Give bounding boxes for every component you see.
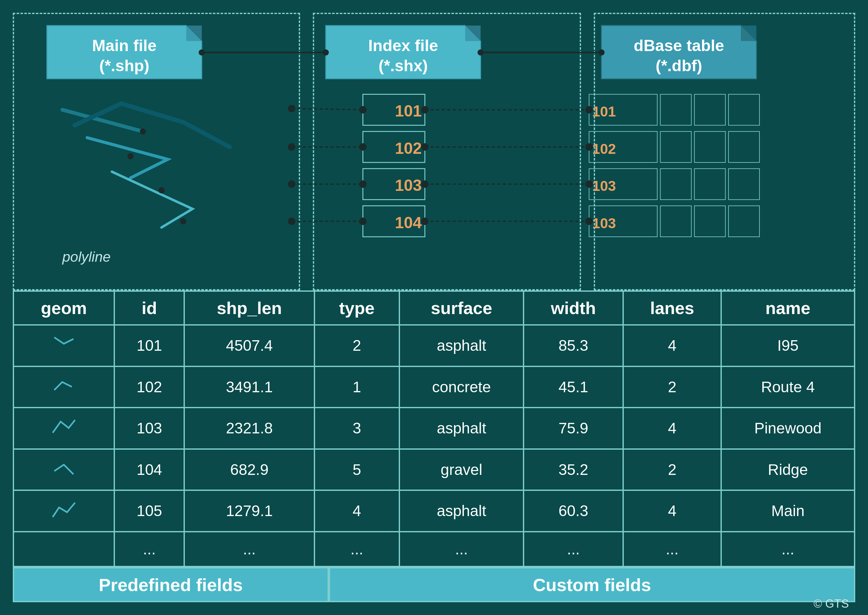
- table-row: 105 1279.1 4 asphalt 60.3 4 Main: [13, 490, 855, 532]
- geom-icon: [51, 376, 76, 395]
- name-cell: Route 4: [721, 366, 855, 408]
- copyright: © GTS: [813, 597, 849, 610]
- geom-icon: [51, 458, 76, 478]
- geom-icon: [51, 334, 76, 353]
- surface-cell: gravel: [400, 449, 523, 490]
- shp-panel: [13, 13, 300, 290]
- col-geom: geom: [13, 291, 114, 325]
- table-row: 102 3491.1 1 concrete 45.1 2 Route 4: [13, 366, 855, 408]
- width-cell: 60.3: [523, 490, 623, 532]
- ellipsis-cell: ...: [314, 532, 400, 567]
- table-row: 101 4507.4 2 asphalt 85.3 4 I95: [13, 325, 855, 366]
- ellipsis-cell: [13, 532, 114, 567]
- col-name: name: [721, 291, 855, 325]
- col-surface: surface: [400, 291, 523, 325]
- ellipsis-cell: ...: [721, 532, 855, 567]
- width-cell: 75.9: [523, 407, 623, 449]
- type-cell: 3: [314, 407, 400, 449]
- geom-cell: [13, 490, 114, 532]
- lanes-cell: 2: [623, 366, 721, 408]
- ellipsis-cell: ...: [400, 532, 523, 567]
- ellipsis-cell: ...: [523, 532, 623, 567]
- table-row: 103 2321.8 3 asphalt 75.9 4 Pinewood: [13, 407, 855, 449]
- lanes-cell: 2: [623, 449, 721, 490]
- name-cell: I95: [721, 325, 855, 366]
- col-id: id: [114, 291, 184, 325]
- data-table: geom id shp_len type surface width lanes…: [13, 290, 855, 567]
- shplen-cell: 4507.4: [184, 325, 314, 366]
- type-cell: 5: [314, 449, 400, 490]
- lanes-cell: 4: [623, 407, 721, 449]
- surface-cell: concrete: [400, 366, 523, 408]
- width-cell: 85.3: [523, 325, 623, 366]
- surface-cell: asphalt: [400, 490, 523, 532]
- custom-footer: Custom fields: [329, 567, 855, 602]
- surface-cell: asphalt: [400, 325, 523, 366]
- geom-cell: [13, 366, 114, 408]
- surface-cell: asphalt: [400, 407, 523, 449]
- type-cell: 2: [314, 325, 400, 366]
- ellipsis-cell: ...: [623, 532, 721, 567]
- geom-icon: [51, 417, 76, 436]
- geom-cell: [13, 325, 114, 366]
- footer-section: Predefined fields Custom fields: [13, 567, 855, 602]
- id-cell: 104: [114, 449, 184, 490]
- shx-panel: [313, 13, 581, 290]
- type-cell: 4: [314, 490, 400, 532]
- width-cell: 45.1: [523, 366, 623, 408]
- geom-cell: [13, 449, 114, 490]
- lanes-cell: 4: [623, 490, 721, 532]
- dbf-panel: [594, 13, 855, 290]
- type-cell: 1: [314, 366, 400, 408]
- shplen-cell: 3491.1: [184, 366, 314, 408]
- svg-point-63: [585, 106, 593, 113]
- svg-point-66: [585, 143, 593, 151]
- bottom-section: geom id shp_len type surface width lanes…: [13, 290, 855, 602]
- table-row: 104 682.9 5 gravel 35.2 2 Ridge: [13, 449, 855, 490]
- lanes-cell: 4: [623, 325, 721, 366]
- name-cell: Main: [721, 490, 855, 532]
- shplen-cell: 2321.8: [184, 407, 314, 449]
- ellipsis-cell: ...: [184, 532, 314, 567]
- col-width: width: [523, 291, 623, 325]
- predefined-label: Predefined fields: [98, 574, 243, 595]
- diagram-section: Main file (*.shp) Index file (*.shx) dBa…: [13, 13, 855, 290]
- ellipsis-cell: ...: [114, 532, 184, 567]
- id-cell: 103: [114, 407, 184, 449]
- width-cell: 35.2: [523, 449, 623, 490]
- id-cell: 105: [114, 490, 184, 532]
- custom-label: Custom fields: [533, 574, 651, 595]
- col-lanes: lanes: [623, 291, 721, 325]
- main-container: Main file (*.shp) Index file (*.shx) dBa…: [0, 0, 868, 615]
- svg-point-69: [585, 180, 593, 188]
- predefined-footer: Predefined fields: [13, 567, 329, 602]
- geom-icon: [51, 499, 76, 518]
- col-shp-len: shp_len: [184, 291, 314, 325]
- name-cell: Ridge: [721, 449, 855, 490]
- shplen-cell: 682.9: [184, 449, 314, 490]
- ellipsis-row: ... ... ... ... ... ... ...: [13, 532, 855, 567]
- name-cell: Pinewood: [721, 407, 855, 449]
- col-type: type: [314, 291, 400, 325]
- id-cell: 102: [114, 366, 184, 408]
- svg-point-72: [585, 218, 593, 225]
- shplen-cell: 1279.1: [184, 490, 314, 532]
- geom-cell: [13, 407, 114, 449]
- id-cell: 101: [114, 325, 184, 366]
